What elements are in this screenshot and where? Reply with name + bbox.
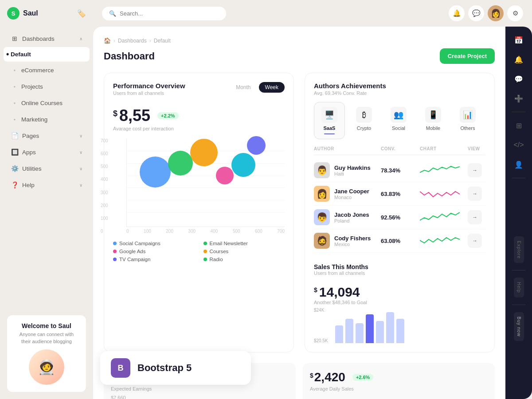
view-button-cody[interactable]: → — [468, 234, 482, 248]
app-logo: S Saul — [7, 7, 38, 20]
sidebar-item-pages[interactable]: 📄 Pages ∨ — [4, 128, 90, 144]
bubble-social — [140, 156, 171, 188]
sidebar-item-label: Projects — [21, 83, 43, 90]
chart-legend: Social Campaigns Email Newsletter Google… — [113, 241, 285, 262]
saas-label: SaaS — [324, 125, 336, 131]
sidebar-item-label: Dashboards — [22, 35, 55, 42]
conv-rate-jane: 63.83% — [381, 191, 416, 197]
apps-icon: 🔲 — [11, 148, 19, 156]
daily-currency: $ — [310, 372, 313, 379]
sidebar-item-projects[interactable]: ● Projects — [4, 78, 90, 94]
rp-separator — [512, 112, 525, 112]
legend-social: Social Campaigns — [113, 241, 195, 246]
sidebar-item-utilities[interactable]: ⚙️ Utilities ∨ — [4, 160, 90, 176]
rp-buy-label[interactable]: Buy now — [514, 312, 524, 341]
sales-bar-chart — [335, 308, 404, 343]
rp-explore-label[interactable]: Explore — [514, 236, 524, 263]
rp-calendar-button[interactable]: 📅 — [511, 32, 527, 48]
rp-help-label[interactable]: Help — [514, 278, 524, 297]
main-grid: Performance Overview Users from all chan… — [104, 73, 495, 352]
sales-section: Sales This Months Users from all channel… — [314, 263, 485, 343]
rp-add-button[interactable]: ➕ — [511, 90, 527, 106]
sidebar-item-label: Default — [11, 51, 31, 58]
app-name: Saul — [23, 9, 38, 17]
breadcrumb-sep: › — [113, 38, 115, 44]
sidebar-item-marketing[interactable]: ● Marketing — [4, 111, 90, 127]
performance-badge: +2.2% — [157, 112, 179, 119]
author-row-guy: 👨 Guy Hawkins Haiti 78.34% — [314, 159, 485, 182]
astronaut-illustration: 🧑‍🚀 — [29, 349, 64, 385]
author-location-cody: Mexico — [334, 242, 371, 247]
author-tab-others[interactable]: 📊 Others — [452, 102, 483, 139]
breadcrumb-dashboards[interactable]: Dashboards — [118, 38, 147, 44]
create-project-button[interactable]: Create Project — [440, 48, 495, 64]
rp-separator2 — [512, 178, 525, 178]
sales-value: 14,094 — [319, 285, 360, 300]
bar-6 — [386, 312, 394, 343]
sidebar-item-label: Marketing — [21, 116, 47, 123]
home-icon[interactable]: 🏠 — [104, 37, 111, 44]
author-tab-crypto[interactable]: ₿ Crypto — [348, 102, 379, 139]
view-button-guy[interactable]: → — [468, 163, 482, 177]
tab-month[interactable]: Month — [230, 82, 257, 93]
bar-3 — [356, 323, 364, 343]
sidebar-item-ecommerce[interactable]: ● eCommerce — [4, 62, 90, 78]
breadcrumb-sep2: › — [149, 38, 151, 44]
rp-messages-button[interactable]: 💬 — [511, 71, 527, 87]
rp-user-button[interactable]: 👤 — [511, 156, 527, 172]
author-row-jane: 👩 Jane Cooper Monaco 63.83% — [314, 182, 485, 206]
search-box[interactable]: 🔍 — [102, 7, 226, 20]
notifications-button[interactable]: 🔔 — [449, 5, 465, 21]
sidebar-item-default[interactable]: Default — [4, 47, 90, 62]
bubble-courses — [190, 139, 218, 166]
author-location-jane: Monaco — [334, 195, 369, 200]
author-tab-mobile[interactable]: 📱 Mobile — [418, 102, 449, 139]
settings-button[interactable]: ⚙ — [507, 5, 523, 21]
sidebar-item-help[interactable]: ❓ Help ∨ — [4, 177, 90, 193]
authors-card: Authors Achievements Avg. 69.34% Conv. R… — [305, 73, 495, 352]
currency-symbol: $ — [113, 109, 117, 118]
sidebar-item-dashboards[interactable]: ⊞ Dashboards ∧ — [4, 31, 90, 47]
welcome-title: Welcome to Saul — [14, 322, 79, 329]
author-info-jane: 👩 Jane Cooper Monaco — [314, 186, 377, 202]
saas-icon: 🖥️ — [321, 107, 337, 123]
author-tab-saas[interactable]: 🖥️ SaaS — [314, 102, 345, 139]
messages-button[interactable]: 💬 — [468, 5, 484, 21]
daily-sales-label: Average Daily Sales — [310, 386, 488, 391]
dot-icon: ● — [11, 82, 19, 90]
social-tab-icon: 👥 — [391, 107, 407, 123]
performance-title: Performance Overview — [113, 82, 185, 90]
rp-grid-button[interactable]: ⊞ — [511, 117, 527, 133]
topbar: 🔍 🔔 💬 👩 ⚙ — [93, 0, 532, 27]
welcome-card: Welcome to Saul Anyone can connect with … — [7, 315, 86, 392]
legend-courses: Courses — [203, 249, 285, 254]
user-avatar[interactable]: 👩 — [488, 5, 504, 21]
conv-rate-jacob: 92.56% — [381, 214, 416, 221]
search-input[interactable] — [120, 10, 219, 17]
bubble-ads — [216, 167, 234, 184]
mobile-icon: 📱 — [425, 107, 441, 123]
sidebar-item-label: Pages — [22, 133, 39, 139]
sidebar-item-apps[interactable]: 🔲 Apps ∨ — [4, 144, 90, 160]
sidebar-toggle-icon[interactable]: 🏷️ — [77, 9, 86, 18]
topbar-right: 🔔 💬 👩 ⚙ — [449, 5, 523, 21]
view-button-jane[interactable]: → — [468, 187, 482, 201]
bootstrap-icon: B — [111, 358, 130, 378]
rp-notifications-button[interactable]: 🔔 — [511, 51, 527, 67]
dot-icon: ● — [11, 99, 19, 107]
author-tab-social[interactable]: 👥 Social — [383, 102, 414, 139]
sidebar-nav: ⊞ Dashboards ∧ Default ● eCommerce ● Pro… — [0, 27, 93, 308]
conv-rate-guy: 78.34% — [381, 167, 416, 174]
author-name-cody: Cody Fishers — [334, 235, 371, 242]
dot-icon: ● — [11, 66, 19, 74]
bar-5 — [376, 321, 384, 343]
dashboards-icon: ⊞ — [11, 35, 19, 43]
tab-week[interactable]: Week — [259, 82, 285, 93]
rp-code-button[interactable]: </> — [511, 137, 527, 153]
authors-tabs: 🖥️ SaaS ₿ Crypto 👥 Social — [314, 102, 485, 139]
sales-y-axis: $24K $20.5K — [314, 308, 328, 343]
view-button-jacob[interactable]: → — [468, 210, 482, 224]
others-label: Others — [460, 125, 475, 131]
sidebar-item-label: Apps — [22, 149, 36, 156]
sidebar-item-online-courses[interactable]: ● Online Courses — [4, 95, 90, 111]
